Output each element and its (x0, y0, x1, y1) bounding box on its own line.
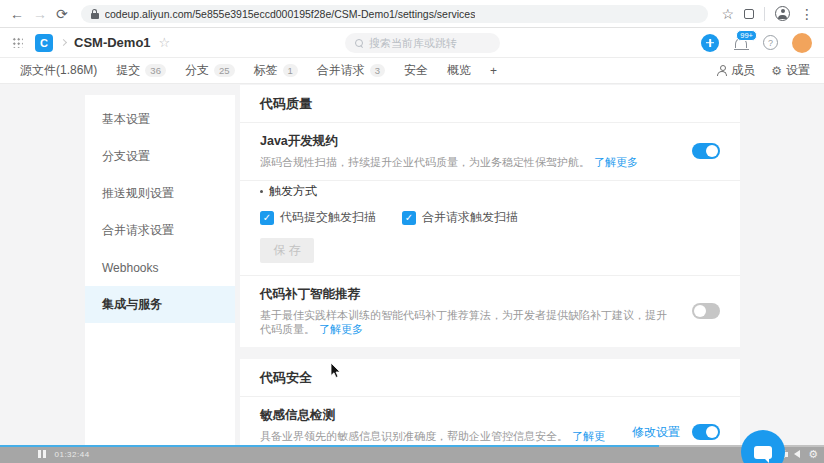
browser-forward-icon[interactable]: → (33, 7, 47, 21)
search-input[interactable]: 搜索当前库或跳转 (345, 33, 500, 53)
user-avatar[interactable] (792, 33, 812, 53)
repo-name[interactable]: CSM-Demo1 (74, 35, 151, 50)
settings-link[interactable]: ⚙设置 (771, 62, 810, 79)
patch-recommend-row: 代码补丁智能推荐 基于最佳实践样本训练的智能代码补丁推荐算法，为开发者提供缺陷补… (240, 276, 740, 347)
video-player-bar: 01:32:44 高清 ⚙ (0, 445, 824, 463)
search-icon (355, 39, 363, 47)
tab-security[interactable]: 安全 (404, 62, 428, 79)
browser-profile-icon[interactable] (775, 6, 790, 21)
chat-icon (754, 446, 772, 459)
code-quality-card: 代码质量 Java开发规约 源码合规性扫描，持续提升企业代码质量，为业务稳定性保… (240, 85, 740, 347)
create-button[interactable] (701, 34, 719, 52)
bookmark-star-icon[interactable]: ☆ (721, 7, 734, 21)
mr-count-badge: 3 (370, 64, 385, 77)
sidebar-item-basic[interactable]: 基本设置 (85, 101, 235, 138)
apps-grid-icon[interactable] (12, 37, 23, 48)
browser-refresh-icon[interactable]: ⟳ (56, 7, 68, 21)
app-header: C CSM-Demo1 ☆ 搜索当前库或跳转 99+ ? (0, 28, 824, 58)
sidebar-item-webhooks[interactable]: Webhooks (85, 249, 235, 286)
notification-badge: 99+ (736, 30, 757, 41)
tab-files[interactable]: 源文件(1.86M) (20, 62, 97, 79)
mouse-cursor-icon (330, 362, 341, 379)
sidebar-item-push-rules[interactable]: 推送规则设置 (85, 175, 235, 212)
pause-icon[interactable] (38, 450, 46, 458)
browser-back-icon[interactable]: ← (10, 7, 24, 21)
patch-recommend-desc: 基于最佳实践样本训练的智能代码补丁推荐算法，为开发者提供缺陷补丁建议，提升代码质… (260, 308, 676, 336)
modify-settings-link[interactable]: 修改设置 (632, 424, 680, 441)
code-security-title: 代码安全 (240, 359, 740, 397)
members-link[interactable]: 成员 (717, 62, 755, 79)
java-guideline-desc: 源码合规性扫描，持续提升企业代码质量，为业务稳定性保驾护航。了解更多 (260, 155, 676, 169)
patch-learn-more-link[interactable]: 了解更多 (319, 323, 363, 335)
browser-menu-icon[interactable]: ⋮ (800, 7, 814, 21)
player-settings-icon[interactable]: ⚙ (808, 449, 818, 460)
save-button[interactable]: 保存 (260, 238, 314, 263)
tab-commits[interactable]: 提交36 (116, 62, 166, 79)
branches-count-badge: 25 (214, 64, 235, 77)
codeup-logo[interactable]: C (35, 34, 53, 52)
mr-trigger-checkbox[interactable]: ✓合并请求触发扫描 (402, 209, 518, 226)
sensitive-info-title: 敏感信息检测 (260, 407, 612, 424)
browser-square-icon[interactable] (744, 9, 754, 19)
breadcrumb-chevron-icon (60, 39, 67, 46)
tab-branches[interactable]: 分支25 (185, 62, 235, 79)
java-guideline-toggle[interactable] (692, 143, 720, 159)
settings-sidebar: 基本设置 分支设置 推送规则设置 合并请求设置 Webhooks 集成与服务 (85, 95, 235, 463)
tags-count-badge: 1 (283, 64, 298, 77)
video-progress-track[interactable] (0, 445, 824, 447)
sidebar-item-merge-request[interactable]: 合并请求设置 (85, 212, 235, 249)
favorite-star-icon[interactable]: ☆ (159, 35, 171, 50)
help-button[interactable]: ? (763, 35, 778, 50)
commits-count-badge: 36 (145, 64, 166, 77)
java-learn-more-link[interactable]: 了解更多 (594, 156, 638, 168)
address-bar[interactable]: codeup.aliyun.com/5e855e3915eccd000195f2… (81, 5, 709, 23)
patch-recommend-toggle[interactable] (692, 303, 720, 319)
trigger-method-label: 触发方式 (260, 183, 720, 200)
code-quality-title: 代码质量 (240, 85, 740, 123)
tab-tags[interactable]: 标签1 (254, 62, 298, 79)
padlock-icon (91, 9, 99, 19)
settings-main: 代码质量 Java开发规约 源码合规性扫描，持续提升企业代码质量，为业务稳定性保… (240, 85, 740, 463)
gear-icon: ⚙ (771, 65, 782, 77)
person-icon (717, 65, 727, 76)
trigger-settings-block: 触发方式 ✓代码提交触发扫描 ✓合并请求触发扫描 保存 (240, 181, 740, 276)
checkbox-icon: ✓ (402, 211, 416, 225)
sensitive-info-toggle[interactable] (692, 424, 720, 440)
player-timestamp: 01:32:44 (55, 450, 90, 459)
notifications-button[interactable]: 99+ (733, 35, 749, 51)
commit-trigger-checkbox[interactable]: ✓代码提交触发扫描 (260, 209, 376, 226)
checkbox-icon: ✓ (260, 211, 274, 225)
url-text: codeup.aliyun.com/5e855e3915eccd000195f2… (105, 8, 476, 20)
bullet-icon (260, 190, 263, 193)
java-guideline-row: Java开发规约 源码合规性扫描，持续提升企业代码质量，为业务稳定性保驾护航。了… (240, 123, 740, 181)
tab-overview[interactable]: 概览 (447, 62, 471, 79)
divider (764, 7, 765, 21)
java-guideline-title: Java开发规约 (260, 133, 676, 150)
patch-recommend-title: 代码补丁智能推荐 (260, 286, 676, 303)
tab-merge-requests[interactable]: 合并请求3 (317, 62, 385, 79)
player-progress-fill (0, 445, 659, 447)
repo-nav: 源文件(1.86M) 提交36 分支25 标签1 合并请求3 安全 概览 + 成… (0, 58, 824, 84)
volume-icon[interactable] (794, 450, 800, 458)
search-placeholder: 搜索当前库或跳转 (369, 36, 457, 51)
browser-chrome: ← → ⟳ codeup.aliyun.com/5e855e3915eccd00… (0, 0, 824, 28)
sidebar-item-integrations[interactable]: 集成与服务 (85, 286, 235, 323)
settings-page: 基本设置 分支设置 推送规则设置 合并请求设置 Webhooks 集成与服务 代… (0, 85, 824, 463)
sidebar-item-branch[interactable]: 分支设置 (85, 138, 235, 175)
tab-add[interactable]: + (490, 64, 497, 78)
